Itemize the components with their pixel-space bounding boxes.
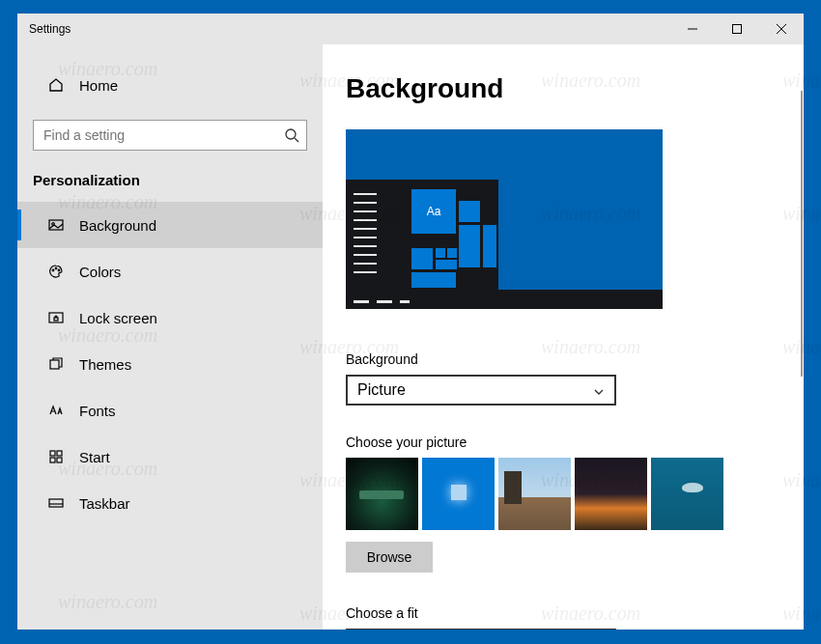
picture-thumb-1[interactable] bbox=[346, 458, 418, 530]
start-icon bbox=[48, 449, 64, 464]
nav-label: Themes bbox=[79, 356, 131, 373]
titlebar: Settings bbox=[17, 14, 804, 44]
nav-background[interactable]: Background bbox=[17, 202, 323, 248]
background-select-value: Picture bbox=[357, 381, 406, 399]
nav-label: Taskbar bbox=[79, 495, 130, 512]
nav-label: Start bbox=[79, 449, 110, 465]
palette-icon bbox=[48, 264, 64, 279]
preview-taskbar bbox=[346, 290, 663, 309]
nav-colors[interactable]: Colors bbox=[17, 248, 323, 294]
close-button[interactable] bbox=[759, 14, 804, 44]
nav-label: Fonts bbox=[79, 403, 116, 419]
svg-rect-13 bbox=[50, 360, 59, 369]
choose-fit-label: Choose a fit bbox=[346, 605, 804, 621]
themes-icon bbox=[48, 356, 64, 372]
search-box[interactable] bbox=[33, 120, 307, 151]
sidebar: Home Personalization Background Colors L… bbox=[17, 44, 323, 630]
main-content: Background Aa bbox=[323, 44, 804, 630]
page-heading: Background bbox=[346, 73, 804, 104]
window-body: Home Personalization Background Colors L… bbox=[17, 44, 804, 630]
nav-themes[interactable]: Themes bbox=[17, 341, 323, 387]
home-icon bbox=[48, 77, 64, 93]
svg-rect-1 bbox=[733, 25, 742, 34]
nav-label: Colors bbox=[79, 264, 121, 280]
nav-label: Lock screen bbox=[79, 310, 157, 326]
category-heading: Personalization bbox=[17, 151, 323, 202]
chevron-down-icon bbox=[593, 384, 605, 396]
maximize-button[interactable] bbox=[715, 14, 759, 44]
choose-picture-label: Choose your picture bbox=[346, 434, 804, 450]
picture-thumb-4[interactable] bbox=[575, 458, 647, 530]
background-select[interactable]: Picture bbox=[346, 375, 616, 406]
browse-button[interactable]: Browse bbox=[346, 542, 433, 573]
search-input[interactable] bbox=[33, 120, 307, 151]
home-link[interactable]: Home bbox=[17, 64, 323, 106]
svg-point-10 bbox=[58, 269, 60, 271]
settings-window: Settings Home Personalization Background bbox=[17, 14, 804, 630]
home-label: Home bbox=[79, 77, 118, 94]
scrollbar[interactable] bbox=[801, 91, 803, 377]
picture-thumb-5[interactable] bbox=[651, 458, 723, 530]
picture-thumbnails bbox=[346, 458, 804, 530]
taskbar-icon bbox=[48, 495, 64, 511]
window-controls bbox=[670, 14, 804, 44]
preview-tile-aa: Aa bbox=[411, 189, 456, 234]
svg-line-5 bbox=[295, 138, 298, 142]
svg-rect-17 bbox=[57, 458, 62, 462]
nav-lock-screen[interactable]: Lock screen bbox=[17, 294, 323, 341]
search-icon bbox=[284, 127, 299, 143]
svg-rect-12 bbox=[54, 318, 58, 321]
nav-label: Background bbox=[79, 217, 156, 234]
fonts-icon bbox=[48, 403, 64, 418]
desktop-preview: Aa bbox=[346, 129, 663, 309]
nav-taskbar[interactable]: Taskbar bbox=[17, 480, 323, 526]
svg-point-9 bbox=[55, 267, 57, 269]
nav-fonts[interactable]: Fonts bbox=[17, 387, 323, 434]
svg-rect-18 bbox=[49, 499, 63, 507]
nav-start[interactable]: Start bbox=[17, 434, 323, 480]
svg-point-4 bbox=[286, 129, 296, 139]
picture-thumb-2[interactable] bbox=[422, 458, 495, 530]
preview-start-menu: Aa bbox=[346, 180, 498, 290]
lock-screen-icon bbox=[48, 310, 64, 325]
svg-point-8 bbox=[52, 269, 54, 271]
picture-icon bbox=[48, 217, 64, 233]
window-title: Settings bbox=[17, 22, 71, 36]
fit-select[interactable]: Fill bbox=[346, 629, 616, 630]
picture-thumb-3[interactable] bbox=[498, 458, 571, 530]
svg-rect-16 bbox=[50, 458, 55, 462]
minimize-button[interactable] bbox=[670, 14, 715, 44]
svg-rect-14 bbox=[50, 451, 55, 456]
background-label: Background bbox=[346, 351, 804, 367]
svg-rect-15 bbox=[57, 451, 62, 456]
